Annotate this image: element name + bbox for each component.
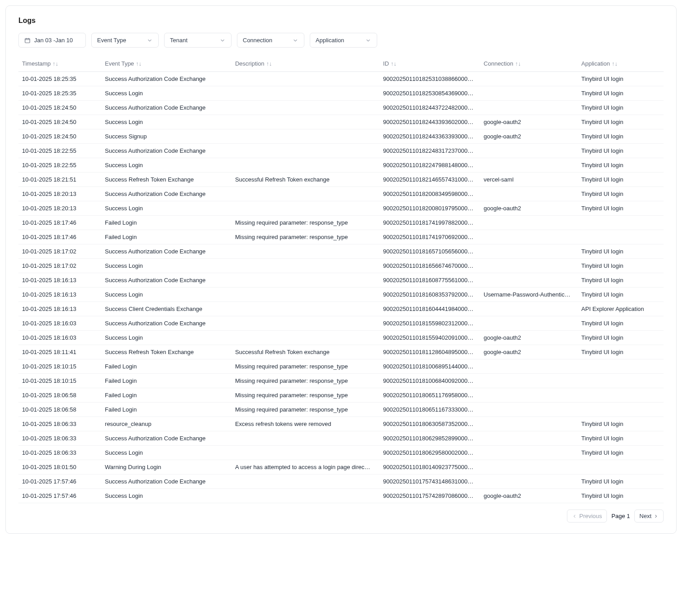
cell-ts: 10-01-2025 18:17:02 (18, 259, 101, 273)
table-row[interactable]: 10-01-2025 17:57:46Success Authorization… (18, 474, 664, 489)
sort-icon: ↑↓ (136, 60, 142, 67)
cell-ts: 10-01-2025 18:11:41 (18, 345, 101, 359)
table-row[interactable]: 10-01-2025 18:17:46Failed LoginMissing r… (18, 216, 664, 230)
col-application[interactable]: Application↑↓ (578, 56, 664, 72)
cell-ts: 10-01-2025 18:06:33 (18, 431, 101, 446)
cell-conn: vercel-saml (480, 173, 578, 187)
cell-ts: 10-01-2025 18:06:33 (18, 417, 101, 431)
logs-table: Timestamp↑↓ Event Type↑↓ Description↑↓ I… (18, 56, 664, 503)
cell-desc (232, 144, 379, 158)
cell-app: Tinybird UI login (578, 273, 664, 288)
cell-ts: 10-01-2025 18:16:13 (18, 273, 101, 288)
application-filter[interactable]: Application (310, 33, 377, 48)
table-row[interactable]: 10-01-2025 18:16:03Success Authorization… (18, 316, 664, 331)
next-button[interactable]: Next (634, 510, 664, 523)
svg-rect-0 (25, 38, 30, 42)
date-range-filter[interactable]: Jan 03 -Jan 10 (18, 33, 86, 48)
table-row[interactable]: 10-01-2025 18:10:15Failed LoginMissing r… (18, 374, 664, 388)
table-row[interactable]: 10-01-2025 18:25:35Success Login90020250… (18, 86, 664, 101)
table-row[interactable]: 10-01-2025 18:20:13Success Authorization… (18, 187, 664, 201)
table-row[interactable]: 10-01-2025 18:11:41Success Refresh Token… (18, 345, 664, 359)
table-row[interactable]: 10-01-2025 18:17:46Failed LoginMissing r… (18, 230, 664, 244)
cell-id: 90020250110180651167333000… (379, 403, 480, 417)
prev-button[interactable]: Previous (567, 510, 607, 523)
tenant-label: Tenant (170, 37, 187, 44)
sort-icon: ↑↓ (612, 60, 618, 67)
col-timestamp[interactable]: Timestamp↑↓ (18, 56, 101, 72)
table-row[interactable]: 10-01-2025 18:17:02Success Login90020250… (18, 259, 664, 273)
table-row[interactable]: 10-01-2025 17:57:46Success Login90020250… (18, 489, 664, 503)
event-type-label: Event Type (97, 37, 126, 44)
cell-conn (480, 101, 578, 115)
table-row[interactable]: 10-01-2025 18:06:33resource_cleanupExces… (18, 417, 664, 431)
cell-et: Success Authorization Code Exchange (101, 187, 232, 201)
cell-desc (232, 302, 379, 316)
cell-ts: 10-01-2025 17:57:46 (18, 474, 101, 489)
table-row[interactable]: 10-01-2025 18:16:13Success Client Creden… (18, 302, 664, 316)
table-row[interactable]: 10-01-2025 18:06:58Failed LoginMissing r… (18, 388, 664, 403)
cell-et: Success Authorization Code Exchange (101, 431, 232, 446)
tenant-filter[interactable]: Tenant (164, 33, 232, 48)
col-event-type[interactable]: Event Type↑↓ (101, 56, 232, 72)
col-description[interactable]: Description↑↓ (232, 56, 379, 72)
cell-app: Tinybird UI login (578, 244, 664, 259)
table-row[interactable]: 10-01-2025 18:22:55Success Authorization… (18, 144, 664, 158)
table-row[interactable]: 10-01-2025 18:16:13Success Login90020250… (18, 288, 664, 302)
cell-conn (480, 316, 578, 331)
table-row[interactable]: 10-01-2025 18:16:13Success Authorization… (18, 273, 664, 288)
col-id[interactable]: ID↑↓ (379, 56, 480, 72)
cell-conn (480, 72, 578, 86)
cell-id: 90020250110180629580002000… (379, 446, 480, 460)
table-row[interactable]: 10-01-2025 18:01:50Warning During LoginA… (18, 460, 664, 474)
cell-desc (232, 331, 379, 345)
cell-et: Success Login (101, 489, 232, 503)
cell-conn (480, 86, 578, 101)
event-type-filter[interactable]: Event Type (91, 33, 159, 48)
table-row[interactable]: 10-01-2025 18:24:50Success Login90020250… (18, 115, 664, 129)
connection-filter[interactable]: Connection (237, 33, 304, 48)
table-row[interactable]: 10-01-2025 18:24:50Success Authorization… (18, 101, 664, 115)
cell-ts: 10-01-2025 18:21:51 (18, 173, 101, 187)
cell-ts: 10-01-2025 18:17:02 (18, 244, 101, 259)
table-row[interactable]: 10-01-2025 18:20:13Success Login90020250… (18, 201, 664, 216)
cell-et: Failed Login (101, 216, 232, 230)
table-row[interactable]: 10-01-2025 18:21:51Success Refresh Token… (18, 173, 664, 187)
cell-ts: 10-01-2025 18:20:13 (18, 201, 101, 216)
cell-ts: 10-01-2025 18:16:03 (18, 331, 101, 345)
cell-desc: Missing required parameter: response_typ… (232, 374, 379, 388)
table-row[interactable]: 10-01-2025 18:06:33Success Login90020250… (18, 446, 664, 460)
cell-et: Success Login (101, 331, 232, 345)
table-row[interactable]: 10-01-2025 18:17:02Success Authorization… (18, 244, 664, 259)
table-row[interactable]: 10-01-2025 18:22:55Success Login90020250… (18, 158, 664, 173)
page-title: Logs (18, 17, 664, 25)
table-row[interactable]: 10-01-2025 18:10:15Failed LoginMissing r… (18, 359, 664, 374)
cell-app (578, 230, 664, 244)
cell-ts: 10-01-2025 18:16:13 (18, 302, 101, 316)
cell-et: Failed Login (101, 374, 232, 388)
cell-app (578, 374, 664, 388)
cell-desc (232, 158, 379, 173)
cell-desc: Missing required parameter: response_typ… (232, 216, 379, 230)
cell-id: 90020250110180651176958000… (379, 388, 480, 403)
cell-id: 90020250110182530854369000… (379, 86, 480, 101)
table-row[interactable]: 10-01-2025 18:06:58Failed LoginMissing r… (18, 403, 664, 417)
cell-app: Tinybird UI login (578, 345, 664, 359)
table-row[interactable]: 10-01-2025 18:24:50Success Signup9002025… (18, 129, 664, 144)
cell-et: Success Login (101, 201, 232, 216)
logs-table-wrap: Timestamp↑↓ Event Type↑↓ Description↑↓ I… (18, 56, 664, 503)
col-connection[interactable]: Connection↑↓ (480, 56, 578, 72)
cell-desc (232, 489, 379, 503)
cell-desc (232, 201, 379, 216)
cell-et: Success Authorization Code Exchange (101, 101, 232, 115)
cell-conn (480, 273, 578, 288)
cell-desc (232, 288, 379, 302)
table-row[interactable]: 10-01-2025 18:06:33Success Authorization… (18, 431, 664, 446)
cell-desc: Missing required parameter: response_typ… (232, 230, 379, 244)
cell-desc (232, 316, 379, 331)
cell-app: Tinybird UI login (578, 474, 664, 489)
cell-app: Tinybird UI login (578, 158, 664, 173)
table-row[interactable]: 10-01-2025 18:25:35Success Authorization… (18, 72, 664, 86)
cell-desc (232, 273, 379, 288)
cell-app (578, 403, 664, 417)
table-row[interactable]: 10-01-2025 18:16:03Success Login90020250… (18, 331, 664, 345)
